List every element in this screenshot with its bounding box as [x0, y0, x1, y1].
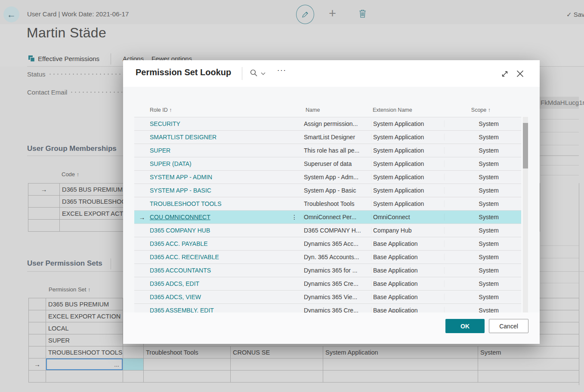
check-icon: ✓ — [566, 11, 572, 18]
name-cell: OmniConnect Per... — [304, 214, 371, 220]
user-permission-sets-title[interactable]: User Permission Sets — [27, 259, 102, 268]
edit-button[interactable] — [296, 5, 314, 24]
extension-name-cell: System Application — [371, 134, 445, 141]
dialog-table-row[interactable]: SUPER This role has all pe... System App… — [134, 144, 521, 157]
table-row[interactable]: TROUBLESHOOT TOOLS Troubleshoot Tools CR… — [29, 346, 579, 358]
table-row[interactable] — [29, 371, 579, 383]
assist-edit-button[interactable]: ... — [114, 361, 119, 368]
scope-cell[interactable] — [478, 358, 579, 370]
dialog-close-button[interactable] — [516, 70, 524, 78]
role-id-link[interactable]: COU OMNICONNECT — [150, 214, 277, 220]
role-id-link[interactable]: SMARTLIST DESIGNER — [150, 134, 277, 141]
permission-set-cell[interactable]: EXCEL EXPORT ACTION — [46, 310, 123, 322]
permission-set-edit-cell[interactable]: ... — [46, 358, 123, 370]
scope-cell: System — [445, 227, 521, 234]
permission-set-cell[interactable]: TROUBLESHOOT TOOLS — [46, 346, 123, 358]
code-column-header[interactable]: Code ↑ — [62, 171, 79, 178]
role-id-link[interactable]: TROUBLESHOOT TOOLS — [150, 200, 277, 207]
role-id-link[interactable]: D365 COMPANY HUB — [150, 227, 277, 234]
dialog-table-row[interactable]: D365 COMPANY HUB D365 COMPANY H... Compa… — [134, 224, 521, 237]
permission-set-column-header[interactable]: Permission Set ↑ — [49, 286, 91, 293]
role-id-link[interactable]: SUPER (DATA) — [150, 160, 277, 167]
company-cell[interactable]: CRONUS SE — [231, 346, 323, 358]
name-cell: Superuser of data — [304, 160, 371, 167]
permission-set-cell[interactable]: D365 BUS PREMIUM — [46, 298, 123, 310]
cancel-button[interactable]: Cancel — [489, 319, 528, 333]
dialog-table-row[interactable]: D365 ACC. PAYABLE Dynamics 365 Acc... Ba… — [134, 237, 521, 251]
role-id-link[interactable]: SYSTEM APP - ADMIN — [150, 174, 277, 181]
delete-button[interactable] — [358, 9, 367, 18]
company-cell[interactable] — [231, 358, 323, 370]
save-status: ✓ Save — [566, 11, 584, 18]
dialog-table-row[interactable]: SYSTEM APP - ADMIN System App - Adm... S… — [134, 171, 521, 184]
dialog-table-row[interactable]: D365 ADCS, EDIT Dynamics 365 Cre... Base… — [134, 277, 521, 291]
permission-set-lookup-dialog: Permission Set Lookup ... Role ID ↑ Name… — [123, 60, 540, 344]
dialog-scrollbar[interactable] — [523, 117, 528, 312]
highlighted-cell[interactable] — [123, 358, 144, 370]
dialog-col-header-scope[interactable]: Scope ↑ — [444, 107, 513, 113]
dialog-table-row[interactable]: SMARTLIST DESIGNER SmartList Designer Sy… — [134, 131, 521, 144]
ok-button[interactable]: OK — [445, 319, 485, 333]
dialog-table-row[interactable]: D365 ADCS, VIEW Dynamics 365 Vie... Base… — [134, 291, 521, 304]
dialog-table-row[interactable]: → COU OMNICONNECT ⋮ OmniConnect Per... O… — [134, 211, 521, 224]
role-id-link[interactable]: SUPER — [150, 147, 277, 154]
row-selector-cell — [29, 371, 46, 382]
name-cell[interactable] — [144, 371, 231, 382]
extension-name-cell[interactable]: System Application — [323, 346, 478, 358]
dialog-table-row[interactable]: D365 ASSEMBLY, EDIT Dynamics 365 Cre... … — [134, 304, 521, 313]
focused-input[interactable]: ... — [46, 358, 123, 370]
bg-row-line — [541, 119, 579, 119]
chevron-down-icon[interactable] — [261, 72, 266, 75]
scope-cell: System — [445, 280, 521, 287]
role-id-link[interactable]: D365 ADCS, EDIT — [150, 280, 277, 287]
permission-set-cell[interactable]: SUPER — [46, 334, 123, 346]
company-cell[interactable] — [231, 371, 323, 382]
scope-cell: System — [445, 200, 521, 207]
extension-name-cell[interactable] — [323, 371, 478, 382]
row-selector-cell — [29, 346, 46, 358]
close-icon — [516, 70, 524, 78]
dialog-col-header-role-id[interactable]: Role ID ↑ — [150, 107, 172, 113]
role-id-link[interactable]: D365 ASSEMBLY, EDIT — [150, 307, 277, 313]
dialog-table-row[interactable]: TROUBLESHOOT TOOLS Troubleshoot Tools Sy… — [134, 197, 521, 211]
role-id-link[interactable]: D365 ADCS, VIEW — [150, 294, 277, 300]
dialog-expand-button[interactable] — [501, 70, 509, 78]
dialog-col-header-extension-name[interactable]: Extension Name — [373, 107, 412, 113]
dialog-table-row[interactable]: SYSTEM APP - BASIC System App - Basic Sy… — [134, 184, 521, 197]
back-button[interactable]: ← — [3, 6, 19, 22]
scope-cell[interactable]: System — [478, 346, 579, 358]
scope-cell: System — [445, 120, 521, 127]
dialog-table-row[interactable]: SECURITY Assign permission... System App… — [134, 117, 521, 131]
role-id-link[interactable]: SYSTEM APP - BASIC — [150, 187, 277, 194]
add-button[interactable]: + — [329, 7, 336, 20]
row-menu-dots-icon[interactable]: ⋮ — [277, 214, 304, 220]
scrollbar-thumb[interactable] — [523, 123, 528, 168]
name-cell[interactable]: Troubleshoot Tools — [144, 346, 231, 358]
dialog-table-row[interactable]: SUPER (DATA) Superuser of data System Ap… — [134, 157, 521, 171]
table-row-new[interactable]: → ... — [29, 358, 579, 371]
dialog-title: Permission Set Lookup — [136, 67, 231, 77]
dialog-search-button[interactable] — [250, 69, 258, 77]
bg-row-line — [541, 245, 579, 246]
dialog-more-options-button[interactable]: ... — [277, 64, 287, 73]
trash-icon — [358, 9, 367, 18]
cell[interactable] — [123, 346, 144, 358]
ribbon-effective-permissions[interactable]: Effective Permissions — [38, 55, 99, 62]
dialog-col-header-name[interactable]: Name — [306, 107, 320, 113]
dialog-table-row[interactable]: D365 ACCOUNTANTS Dynamics 365 for ... Ba… — [134, 264, 521, 277]
permission-set-cell[interactable]: LOCAL — [46, 322, 123, 334]
dialog-table-row[interactable]: D365 ACC. RECEIVABLE Dyn. 365 Accounts..… — [134, 251, 521, 264]
role-id-link[interactable]: D365 ACCOUNTANTS — [150, 267, 277, 274]
cell[interactable] — [123, 371, 144, 382]
permission-set-cell[interactable] — [46, 371, 123, 382]
status-label: Status — [27, 70, 46, 78]
role-id-link[interactable]: D365 ACC. RECEIVABLE — [150, 254, 277, 260]
extension-name-cell[interactable] — [323, 358, 478, 370]
role-id-link[interactable]: SECURITY — [150, 120, 277, 127]
bg-row-line — [541, 145, 579, 145]
name-cell[interactable] — [144, 358, 231, 370]
extension-name-cell: System Application — [371, 147, 445, 154]
role-id-link[interactable]: D365 ACC. PAYABLE — [150, 240, 277, 247]
user-group-memberships-title[interactable]: User Group Memberships — [27, 144, 117, 153]
scope-cell[interactable] — [478, 371, 579, 382]
